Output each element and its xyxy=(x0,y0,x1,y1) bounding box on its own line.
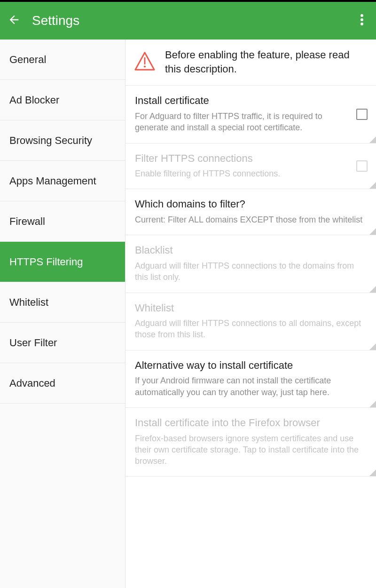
filter-https-checkbox xyxy=(356,160,368,172)
sidebar-item-https-filtering[interactable]: HTTPS Filtering xyxy=(0,242,125,282)
resize-corner-icon xyxy=(369,401,376,407)
row-title: Blacklist xyxy=(135,244,367,257)
sidebar-item-label: HTTPS Filtering xyxy=(9,256,83,268)
row-which-domains[interactable]: Which domains to filter? Current: Filter… xyxy=(125,189,376,235)
settings-content: Before enabling the feature, please read… xyxy=(125,40,376,588)
sidebar-item-label: General xyxy=(9,54,46,66)
back-button[interactable] xyxy=(0,2,28,40)
sidebar-item-user-filter[interactable]: User Filter xyxy=(0,323,125,363)
sidebar-item-advanced[interactable]: Advanced xyxy=(0,363,125,404)
sidebar-item-label: Apps Management xyxy=(9,175,96,187)
page-title: Settings xyxy=(32,13,348,28)
row-title: Whitelist xyxy=(135,302,367,315)
row-title: Which domains to filter? xyxy=(135,198,367,211)
alert-triangle-icon xyxy=(134,50,156,74)
sidebar-item-label: Firewall xyxy=(9,215,45,228)
row-whitelist: Whitelist Adguard will filter HTTPS conn… xyxy=(125,293,376,350)
sidebar-item-firewall[interactable]: Firewall xyxy=(0,201,125,242)
svg-point-2 xyxy=(360,23,363,25)
row-subtitle: Enable filtering of HTTPS connections. xyxy=(135,168,367,179)
sidebar-item-general[interactable]: General xyxy=(0,40,125,80)
row-alternative-install[interactable]: Alternative way to install certificate I… xyxy=(125,350,376,408)
resize-corner-icon xyxy=(369,469,376,476)
svg-point-1 xyxy=(360,18,363,21)
sidebar-item-label: Advanced xyxy=(9,377,55,389)
row-subtitle: For Adguard to filter HTTPS traffic, it … xyxy=(135,111,367,134)
sidebar-item-label: Browsing Security xyxy=(9,135,92,147)
row-filter-https-connections: Filter HTTPS connections Enable filterin… xyxy=(125,143,376,190)
resize-corner-icon xyxy=(369,228,376,235)
svg-point-0 xyxy=(360,14,363,17)
row-title: Filter HTTPS connections xyxy=(135,152,367,166)
row-subtitle: Firefox-based browsers ignore system cer… xyxy=(135,433,367,467)
warning-banner[interactable]: Before enabling the feature, please read… xyxy=(125,40,376,86)
sidebar-item-browsing-security[interactable]: Browsing Security xyxy=(0,120,125,161)
settings-sidebar: General Ad Blocker Browsing Security App… xyxy=(0,40,125,588)
row-subtitle: Adguard will filter HTTPS connections to… xyxy=(135,318,367,341)
overflow-menu-button[interactable] xyxy=(348,2,376,40)
row-title: Install certificate into the Firefox bro… xyxy=(135,416,367,430)
sidebar-item-label: Ad Blocker xyxy=(9,94,59,106)
sidebar-item-whitelist[interactable]: Whitelist xyxy=(0,282,125,323)
more-vert-icon xyxy=(360,14,363,27)
row-blacklist: Blacklist Adguard will filter HTTPS conn… xyxy=(125,235,376,293)
row-firefox-certificate: Install certificate into the Firefox bro… xyxy=(125,408,376,477)
sidebar-item-label: User Filter xyxy=(9,337,57,349)
app-bar: Settings xyxy=(0,2,376,40)
row-title: Install certificate xyxy=(135,94,367,108)
sidebar-item-ad-blocker[interactable]: Ad Blocker xyxy=(0,80,125,120)
resize-corner-icon xyxy=(369,286,376,293)
sidebar-item-apps-management[interactable]: Apps Management xyxy=(0,161,125,201)
resize-corner-icon xyxy=(369,182,376,189)
svg-point-4 xyxy=(144,65,146,67)
warning-text: Before enabling the feature, please read… xyxy=(165,48,367,76)
resize-corner-icon xyxy=(369,136,376,143)
row-subtitle: Adguard will filter HTTPS connections to… xyxy=(135,260,367,283)
sidebar-item-label: Whitelist xyxy=(9,296,48,309)
row-title: Alternative way to install certificate xyxy=(135,359,367,373)
arrow-left-icon xyxy=(8,13,21,28)
install-certificate-checkbox[interactable] xyxy=(356,109,368,120)
row-subtitle: Current: Filter ALL domains EXCEPT those… xyxy=(135,214,367,225)
row-subtitle: If your Android firmware can not install… xyxy=(135,375,367,398)
resize-corner-icon xyxy=(369,343,376,350)
row-install-certificate[interactable]: Install certificate For Adguard to filte… xyxy=(125,86,376,143)
